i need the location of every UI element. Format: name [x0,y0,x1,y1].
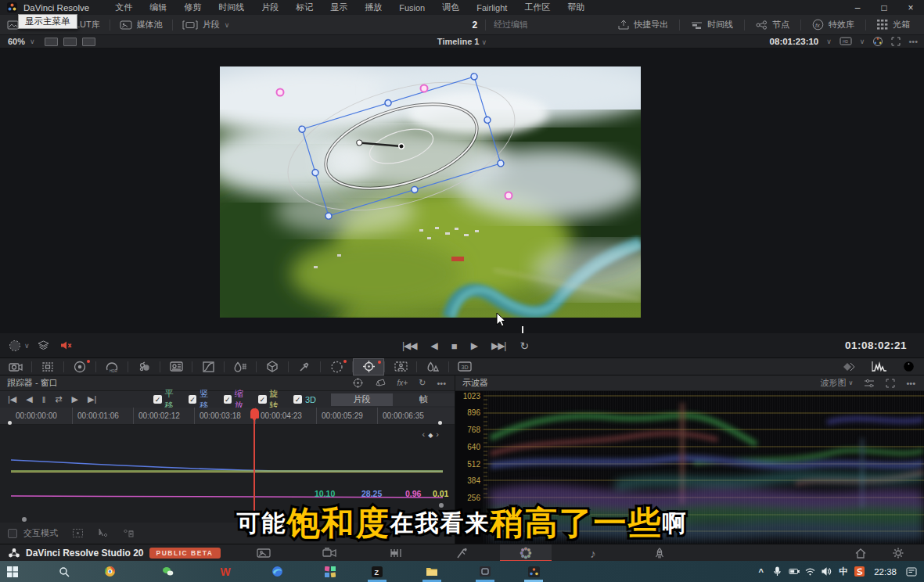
wps-icon[interactable]: W [216,562,235,581]
scope-mode-select[interactable]: 波形图 ∨ [821,377,854,389]
home-button[interactable] [847,544,875,562]
tracker-reset-icon[interactable]: ↻ [419,378,426,388]
start-button-icon[interactable] [3,562,22,581]
volume-icon[interactable] [820,567,833,576]
step-back-icon[interactable]: ◀ [431,340,437,351]
tab-frame[interactable]: 帧 [393,393,455,406]
taskbar-clock[interactable]: 22:38 [874,567,897,577]
viewer-timecode[interactable]: 08:01:23:10 [770,37,819,46]
magic-mask-icon[interactable] [385,358,416,375]
track-forward-icon[interactable]: ▶ [72,394,78,404]
power-window-icon[interactable] [321,358,352,375]
media-pool-button[interactable]: 媒体池 [137,19,163,31]
app-logo-icon[interactable] [7,2,17,13]
scope-options-icon[interactable]: ••• [906,379,915,388]
menu-item-clip[interactable]: 片段 [253,2,287,13]
menu-item-mark[interactable]: 标记 [287,2,322,13]
sogou-icon[interactable] [853,566,866,577]
color-wheels-icon[interactable] [64,358,95,375]
wechat-icon[interactable] [158,562,177,581]
color-viewer-icon[interactable] [872,36,883,47]
viewer-mode-icon[interactable] [8,339,22,353]
insert-box-icon[interactable] [72,528,84,538]
camera-raw-icon[interactable] [0,358,31,375]
track-pause-icon[interactable]: ‖ [42,395,46,404]
sizing-icon[interactable] [32,358,63,375]
video-frame[interactable] [220,66,641,318]
qualifier-icon[interactable] [225,358,256,375]
scope-expand-icon[interactable] [886,379,895,388]
page-fairlight[interactable]: ♪ [567,544,619,562]
hdr-wheels-icon[interactable]: HDR [96,358,128,375]
menu-item-trim[interactable]: 修剪 [175,2,210,13]
battery-icon[interactable] [787,568,800,575]
tray-expand-icon[interactable]: ^ [754,567,768,577]
page-fusion[interactable] [436,544,487,562]
tracker-target-icon[interactable] [352,377,364,389]
expand-viewer-icon[interactable] [891,37,901,46]
graph-scroll-handle[interactable] [22,517,27,522]
settings-gear-icon[interactable] [884,544,912,562]
davinci-taskbar-icon[interactable] [524,562,543,581]
tracker-options-icon[interactable]: ••• [437,379,446,388]
scopes-panel-icon[interactable] [872,361,887,372]
tracker-playhead[interactable] [250,408,259,419]
microphone-icon[interactable] [771,566,784,577]
tracker-fx-plus-icon[interactable]: fx+ [397,379,408,387]
menu-item-fairlight[interactable]: Fairlight [468,3,516,13]
move-point-icon[interactable] [98,528,109,538]
blur-palette-icon[interactable] [417,358,448,375]
track-back-icon[interactable]: ◀ [26,394,32,404]
dev-app-icon[interactable] [476,562,494,581]
monitor-icon[interactable]: HD [840,37,852,46]
stop-icon[interactable]: ■ [451,340,457,352]
minimize-icon[interactable]: – [844,0,871,15]
timeline-panel-button[interactable]: 时间线 [680,19,744,31]
menu-item-view[interactable]: 显示 [322,2,356,13]
play-icon[interactable]: ▶ [471,340,477,351]
grid-app-icon[interactable] [321,562,340,581]
viewer-options-icon[interactable]: ••• [908,37,918,46]
interactive-mode-checkbox[interactable] [8,529,17,538]
page-media[interactable] [238,544,289,562]
maximize-icon[interactable]: □ [871,0,897,15]
layers-icon[interactable] [38,340,49,350]
go-to-start-icon[interactable]: |◀◀ [402,340,417,351]
stereo-3d-icon[interactable]: 3D [449,358,480,375]
page-deliver[interactable] [634,544,685,562]
close-icon[interactable]: × [897,0,924,15]
scope-settings-icon[interactable] [864,379,875,388]
nodes-panel-button[interactable]: 节点 [745,19,800,31]
color-slice-icon[interactable] [128,358,160,375]
tab-clip[interactable]: 片段 [331,393,393,406]
tracker-timeline-ruler[interactable]: 00:00:00:00 00:00:01:06 00:00:02:12 00:0… [0,408,455,425]
search-icon[interactable] [55,562,74,581]
track-to-start-icon[interactable]: |◀ [8,394,16,404]
clip-button[interactable]: 片段 [203,19,220,31]
mute-audio-icon[interactable] [60,340,73,350]
checkbox-3d[interactable]: ✓3D [293,395,316,404]
lightbox-button[interactable]: 光箱 [866,19,924,31]
notification-center-icon[interactable] [904,567,918,577]
menu-item-color[interactable]: 调色 [433,2,468,13]
curves-icon[interactable] [192,358,224,375]
browser-app-icon[interactable] [100,562,119,581]
menu-item-timeline[interactable]: 时间线 [210,2,253,13]
menu-item-edit[interactable]: 编辑 [141,2,175,13]
3d-qualifier-icon[interactable] [257,358,288,375]
track-both-icon[interactable]: ⇄ [55,394,62,404]
page-cut[interactable] [304,544,355,562]
capture-app-icon[interactable]: Z [368,562,386,581]
color-match-icon[interactable] [160,358,192,375]
menu-item-fusion[interactable]: Fusion [390,3,433,13]
quick-export-button[interactable]: 快捷导出 [607,19,679,31]
picker-icon[interactable] [289,358,320,375]
clip-chevron-icon[interactable]: ∨ [225,21,230,29]
tracker-3d-cube-icon[interactable] [375,378,386,389]
page-edit[interactable] [370,544,422,562]
menu-item-playback[interactable]: 播放 [356,2,390,13]
delete-point-icon[interactable] [123,528,134,538]
menu-item-workspace[interactable]: 工作区 [516,2,559,13]
effects-library-button[interactable]: fx 特效库 [801,19,865,31]
ime-indicator[interactable]: 中 [836,566,850,577]
